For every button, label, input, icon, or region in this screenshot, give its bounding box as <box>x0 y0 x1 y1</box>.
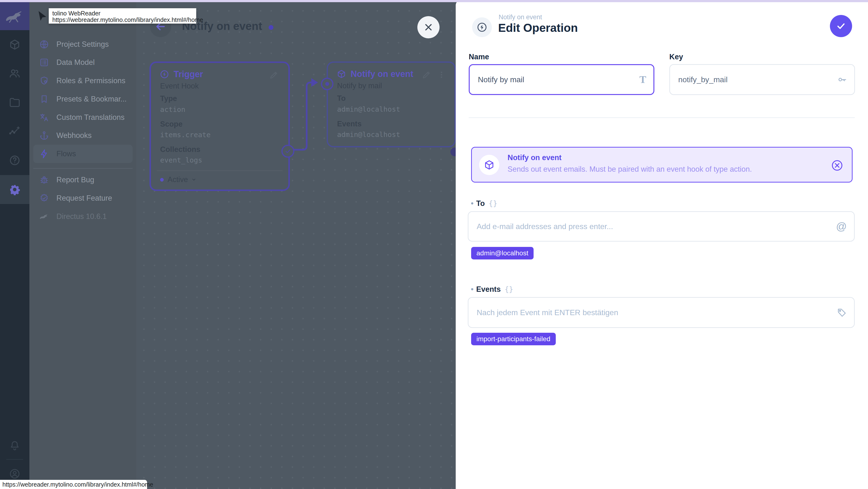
rabbit-small-icon <box>39 211 49 222</box>
events-input[interactable] <box>468 298 854 327</box>
trigger-title-text: Trigger <box>174 69 203 79</box>
name-field: T <box>469 64 654 95</box>
deselect-operation-icon[interactable] <box>831 159 844 172</box>
users-icon <box>9 67 21 80</box>
trigger-card[interactable]: Trigger Event Hook Type action Scope ite… <box>150 61 290 191</box>
top-progress-strip <box>0 0 868 2</box>
required-dot <box>471 288 473 290</box>
module-users[interactable] <box>0 59 29 88</box>
operation-type-panel[interactable]: Notify on event Sends out event emails. … <box>471 147 852 183</box>
insights-chart-icon <box>9 125 21 137</box>
translate-icon <box>39 112 49 122</box>
package-icon <box>479 155 499 175</box>
events-field-label-row: Events{} <box>471 285 513 294</box>
status-label: Active <box>167 175 188 184</box>
field-value: action <box>160 105 185 114</box>
tooltip-title: tolino WebReader <box>52 10 193 17</box>
settings-nav: Project Settings Data Model Roles & Perm… <box>29 2 136 489</box>
field-value: event_logs <box>160 156 202 164</box>
event-chip[interactable]: import-participants-failed <box>471 333 556 345</box>
folder-icon <box>9 96 21 109</box>
edit-operation-pencil-icon[interactable] <box>422 70 431 80</box>
bolt-circle-icon <box>160 69 169 79</box>
key-icon <box>837 74 847 85</box>
events-field <box>468 297 855 328</box>
edit-operation-drawer: Notify on event Edit Operation Name T Ke… <box>456 0 868 489</box>
tag-icon <box>837 307 847 317</box>
to-field: @ <box>468 211 855 242</box>
nav-label: Flows <box>56 150 76 158</box>
field-label: To <box>337 94 346 103</box>
operation-title-text: Notify on event <box>350 69 413 79</box>
operation-card-title: Notify on event <box>337 69 413 79</box>
key-field-label: Key <box>669 53 683 61</box>
raw-value-icon[interactable]: {} <box>489 199 497 208</box>
nav-item-report-bug[interactable]: Report Bug <box>29 171 136 189</box>
module-settings[interactable] <box>0 175 29 204</box>
field-value: items.create <box>160 131 211 139</box>
nav-label: Presets & Bookmar... <box>56 95 127 103</box>
events-field-label: Events <box>476 285 501 294</box>
anchor-icon <box>39 130 49 141</box>
flow-canvas[interactable]: Notify on event Trigger Event Hook Type … <box>136 2 456 489</box>
notifications-button[interactable] <box>0 431 29 460</box>
raw-value-icon[interactable]: {} <box>505 285 513 294</box>
globe-icon <box>39 39 49 50</box>
module-insights[interactable] <box>0 117 29 146</box>
name-input[interactable] <box>470 65 653 94</box>
directus-logo[interactable] <box>0 2 29 30</box>
nav-label: Roles & Permissions <box>56 77 125 85</box>
nav-divider <box>33 168 133 169</box>
list-icon <box>39 57 49 67</box>
nav-item-data-model[interactable]: Data Model <box>29 53 136 71</box>
operation-input-node[interactable] <box>321 78 334 90</box>
field-label: Type <box>160 94 177 103</box>
check-icon <box>284 148 291 155</box>
to-input[interactable] <box>468 212 854 241</box>
status-url-bar: https://webreader.mytolino.com/library/i… <box>0 480 147 489</box>
operation-card[interactable]: Notify on event Notify by mail To admin@… <box>327 61 456 147</box>
settings-gear-icon <box>9 183 21 195</box>
field-label: Events <box>337 120 362 128</box>
nav-item-flows[interactable]: Flows <box>29 145 136 163</box>
edit-trigger-pencil-icon[interactable] <box>269 70 279 80</box>
nav-item-custom-translations[interactable]: Custom Translations <box>29 108 136 127</box>
bolt-circle-icon <box>476 22 488 33</box>
nav-item-webhooks[interactable]: Webhooks <box>29 126 136 145</box>
seal-check-icon <box>39 193 49 203</box>
operation-type-badge <box>472 18 492 37</box>
trigger-resolve-node[interactable] <box>281 145 294 158</box>
nav-item-roles-permissions[interactable]: Roles & Permissions <box>29 71 136 90</box>
flow-status-toggle[interactable]: Active <box>160 175 197 184</box>
nav-label: Project Settings <box>56 40 109 49</box>
tooltip-url: https://webreader.mytolino.com/library/i… <box>52 17 193 23</box>
nav-item-project-settings[interactable]: Project Settings <box>29 35 136 54</box>
nav-item-request-feature[interactable]: Request Feature <box>29 189 136 207</box>
version-label: Directus 10.6.1 <box>56 212 107 221</box>
module-help[interactable] <box>0 146 29 175</box>
check-icon <box>835 21 846 32</box>
drawer-title: Edit Operation <box>498 21 578 34</box>
nav-version: Directus 10.6.1 <box>29 207 136 226</box>
drawer-divider <box>469 117 855 118</box>
save-button[interactable] <box>830 15 852 37</box>
key-input[interactable] <box>670 65 854 94</box>
operation-menu-kebab-icon[interactable] <box>437 70 446 80</box>
trigger-name: Event Hook <box>160 82 199 90</box>
nav-label: Request Feature <box>56 194 112 203</box>
module-content[interactable] <box>0 30 29 59</box>
card-divider <box>157 171 283 171</box>
cube-icon <box>337 69 346 79</box>
module-files[interactable] <box>0 88 29 117</box>
nav-label: Data Model <box>56 58 95 67</box>
nav-item-presets-bookmarks[interactable]: Presets & Bookmar... <box>29 90 136 108</box>
close-drawer-button[interactable] <box>417 16 439 38</box>
panel-title: Notify on event <box>507 153 562 162</box>
chevron-down-icon <box>190 176 197 183</box>
drawer-breadcrumb: Notify on event <box>499 13 542 21</box>
field-label: Collections <box>160 145 200 154</box>
email-chip[interactable]: admin@localhost <box>471 247 534 259</box>
close-icon <box>423 22 434 33</box>
field-value: admin@localhost <box>337 130 400 139</box>
rabbit-icon <box>4 9 25 23</box>
